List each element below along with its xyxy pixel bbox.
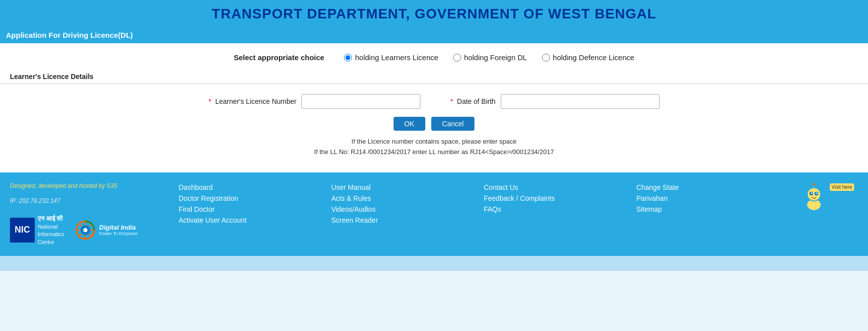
mascot-badge: Visit here (830, 183, 855, 191)
page-title: TRANSPORT DEPARTMENT, GOVERNMENT OF WEST… (0, 6, 868, 22)
dob-field: * Date of Birth (450, 94, 659, 109)
footer-link-activate-user[interactable]: Activate User Account (179, 216, 331, 224)
digital-india-wheel-icon (74, 219, 96, 241)
nic-logo: NIC एन आई सी National Informatics Centre (10, 214, 65, 246)
sub-header-text: Application For Driving Licence(DL) (6, 31, 133, 39)
footer-link-col-1: Dashboard Doctor Registration Find Docto… (179, 182, 331, 224)
footer-link-acts-rules[interactable]: Acts & Rules (331, 194, 483, 202)
robot-mascot-icon (799, 182, 829, 212)
footer-link-sitemap[interactable]: Sitemap (636, 205, 789, 213)
footer-logos-col: Designed, developed and hosted by S35 IP… (10, 182, 179, 246)
digital-india-logo: Digital India Power To Empower (74, 219, 138, 241)
footer-link-screen-reader[interactable]: Screen Reader (331, 216, 483, 224)
dob-label: * Date of Birth (450, 97, 495, 105)
footer: Designed, developed and hosted by S35 IP… (0, 173, 868, 256)
svg-point-2 (83, 228, 87, 232)
select-choice-label: Select appropriate choice (234, 53, 325, 62)
page-header: TRANSPORT DEPARTMENT, GOVERNMENT OF WEST… (0, 0, 868, 27)
footer-logos-row: NIC एन आई सी National Informatics Centre (10, 214, 179, 246)
footer-dev-highlight: S35 (107, 182, 117, 189)
nic-logo-box: NIC (10, 218, 35, 243)
button-row: OK Cancel (0, 117, 868, 131)
radio-defence-label: holding Defence Licence (553, 53, 634, 62)
radio-foreign-input[interactable] (453, 54, 461, 62)
footer-link-user-manual[interactable]: User Manual (331, 183, 483, 191)
radio-defence-input[interactable] (542, 54, 550, 62)
footer-link-videos-audios[interactable]: Videos/Audios (331, 205, 483, 213)
licence-number-input[interactable] (301, 94, 420, 109)
footer-link-col-4: Change State Parivahan Sitemap (636, 182, 789, 213)
choice-row: Select appropriate choice holding Learne… (0, 53, 868, 62)
radio-learners-label: holding Learners Licence (355, 53, 438, 62)
hint-line-1: If the Licence number contains space, pl… (0, 137, 868, 147)
svg-point-18 (812, 183, 815, 185)
sub-header-bar: Application For Driving Licence(DL) (0, 27, 868, 43)
footer-ip-text: IP: 202.78.232.147 (10, 197, 179, 204)
dob-input[interactable] (501, 94, 660, 109)
radio-learners-input[interactable] (344, 54, 352, 62)
footer-link-contact-us[interactable]: Contact Us (484, 183, 636, 191)
footer-dev-text: Designed, developed and hosted by S35 (10, 182, 179, 189)
footer-link-col-3: Contact Us Feedback / Complaints FAQs (484, 182, 636, 213)
hint-line-2: If the LL No: RJ14 /0001234/2017 enter L… (0, 147, 868, 158)
required-star-1: * (208, 97, 211, 105)
svg-point-15 (811, 192, 812, 194)
mascot-area: Visit here (789, 182, 859, 212)
footer-link-parivahan[interactable]: Parivahan (636, 194, 789, 202)
footer-link-find-doctor[interactable]: Find Doctor (179, 205, 331, 213)
di-text: Digital India Power To Empower (99, 224, 138, 237)
ok-button[interactable]: OK (394, 117, 425, 131)
radio-defence[interactable]: holding Defence Licence (542, 53, 634, 62)
radio-foreign[interactable]: holding Foreign DL (453, 53, 527, 62)
footer-link-dashboard[interactable]: Dashboard (179, 183, 331, 191)
footer-link-doctor-registration[interactable]: Doctor Registration (179, 194, 331, 202)
nic-text: एन आई सी National Informatics Centre (38, 214, 65, 246)
radio-foreign-label: holding Foreign DL (464, 53, 527, 62)
footer-bottom-strip (0, 256, 868, 271)
licence-number-field: * Learner's Licence Number (208, 94, 420, 109)
main-content: Select appropriate choice holding Learne… (0, 43, 868, 173)
footer-link-col-2: User Manual Acts & Rules Videos/Audios S… (331, 182, 483, 224)
cancel-button[interactable]: Cancel (431, 117, 475, 131)
licence-number-label: * Learner's Licence Number (208, 97, 296, 105)
hint-text: If the Licence number contains space, pl… (0, 137, 868, 158)
form-fields-row: * Learner's Licence Number * Date of Bir… (0, 94, 868, 109)
footer-link-change-state[interactable]: Change State (636, 183, 789, 191)
footer-link-feedback[interactable]: Feedback / Complaints (484, 194, 636, 202)
footer-link-faqs[interactable]: FAQs (484, 205, 636, 213)
svg-point-16 (816, 192, 817, 194)
required-star-2: * (450, 97, 453, 105)
section-heading: Learner's Licence Details (0, 70, 868, 84)
radio-learners[interactable]: holding Learners Licence (344, 53, 438, 62)
